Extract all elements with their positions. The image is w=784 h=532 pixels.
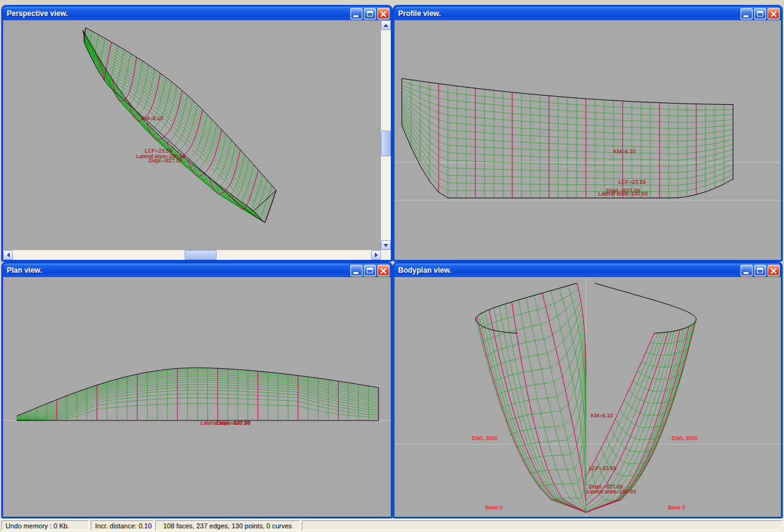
maximize-icon — [367, 268, 373, 273]
annotation-base-left: Base 0 — [485, 504, 502, 511]
scroll-up-button[interactable] — [381, 20, 391, 30]
maximize-button[interactable] — [754, 8, 766, 20]
annotation-lcf: LCF=23.59 — [618, 179, 646, 185]
titlebar-bodyplan[interactable]: Bodyplan view. — [394, 264, 781, 277]
profile-viewport[interactable]: KM=6.10 LCF=23.59 Displ.=827.09 Lateral … — [394, 20, 781, 260]
annotation-lateral-area: Lateral area=100.93 — [586, 488, 636, 495]
maximize-button[interactable] — [754, 265, 766, 276]
horizontal-scrollbar[interactable] — [3, 250, 381, 260]
window-plan-view: Plan view. Lateral area=100.93 Displ.=82… — [1, 262, 393, 519]
scrollbar-corner — [381, 250, 391, 260]
arrow-up-icon — [383, 24, 388, 27]
status-incr-distance: Incr. distance: 0.10 — [91, 520, 153, 531]
maximize-button[interactable] — [364, 265, 376, 276]
window-title: Perspective view. — [7, 9, 349, 18]
close-button[interactable] — [377, 8, 390, 20]
window-title: Profile view. — [398, 9, 739, 18]
status-undo-memory: Undo memory : 0 Kb. — [1, 520, 89, 531]
maximize-icon — [757, 11, 763, 17]
annotation-km: KM=6.10 — [141, 115, 163, 121]
titlebar-profile[interactable]: Profile view. — [394, 7, 781, 20]
window-title: Bodyplan view. — [398, 266, 739, 275]
close-button[interactable] — [767, 265, 780, 276]
arrow-down-icon — [383, 244, 388, 247]
minimize-button[interactable] — [740, 8, 753, 20]
minimize-icon — [353, 15, 358, 17]
vertical-scroll-thumb[interactable] — [381, 131, 391, 156]
minimize-icon — [744, 272, 748, 274]
annotation-km: KM=6.10 — [613, 148, 636, 154]
annotation-base-right: Base 0 — [668, 504, 685, 511]
annotation-displacement: Displ.=827.09 — [148, 158, 182, 164]
hull-wireframe-bodyplan — [394, 277, 781, 517]
titlebar-perspective[interactable]: Perspective view. — [3, 7, 391, 20]
annotation-lcf: LCF=23.59 — [589, 465, 617, 471]
vertical-scrollbar[interactable] — [381, 20, 391, 250]
scroll-left-button[interactable] — [3, 250, 13, 260]
bodyplan-viewport[interactable]: KM=6.10 LCF=23.59 Displ.=827.09 Lateral … — [394, 277, 781, 517]
arrow-left-icon — [7, 253, 10, 257]
hull-wireframe-perspective — [3, 20, 381, 250]
maximize-icon — [757, 268, 763, 273]
window-title: Plan view. — [7, 266, 349, 275]
plan-viewport[interactable]: Lateral area=100.93 Displ.=827.09 — [3, 277, 391, 517]
close-icon — [378, 9, 389, 19]
annotation-dwl-right: DWL 3000 — [672, 435, 698, 441]
hull-wireframe-plan — [3, 277, 391, 517]
annotation-displacement: Displ.=827.09 — [217, 420, 250, 426]
status-bar: Undo memory : 0 Kb. Incr. distance: 0.10… — [0, 519, 784, 532]
minimize-button[interactable] — [350, 8, 363, 20]
maximize-button[interactable] — [364, 8, 376, 20]
maximize-icon — [367, 11, 373, 17]
window-bodyplan-view: Bodyplan view. KM=6.10 LCF=23.59 Displ.=… — [393, 262, 783, 519]
perspective-viewport[interactable]: KM=6.10 LCF=23.59 Lateral area=100.93 Di… — [3, 20, 381, 250]
horizontal-scroll-thumb[interactable] — [185, 250, 217, 260]
annotation-lateral-area: Lateral area=100.93 — [598, 191, 648, 197]
status-empty-panel — [302, 520, 783, 531]
window-perspective-view: Perspective view. KM=6.10 LCF=23.59 Late… — [1, 5, 393, 262]
minimize-icon — [744, 15, 748, 17]
arrow-right-icon — [375, 253, 378, 257]
minimize-button[interactable] — [740, 265, 753, 276]
titlebar-plan[interactable]: Plan view. — [3, 264, 391, 277]
annotation-km: KM=6.10 — [591, 412, 613, 419]
scroll-right-button[interactable] — [371, 250, 381, 260]
minimize-icon — [353, 272, 358, 274]
window-profile-view: Profile view. KM=6.10 LCF=23.59 Displ.=8… — [393, 5, 783, 262]
hull-wireframe-profile — [394, 20, 781, 260]
close-icon — [378, 265, 389, 276]
annotation-dwl-left: DWL 3000 — [472, 435, 498, 441]
close-button[interactable] — [767, 8, 780, 20]
minimize-button[interactable] — [350, 265, 363, 276]
scroll-down-button[interactable] — [381, 240, 391, 250]
status-model-stats: 108 faces, 237 edges, 130 points, 0 curv… — [155, 520, 300, 531]
close-icon — [768, 265, 779, 276]
close-button[interactable] — [377, 265, 390, 276]
close-icon — [768, 9, 779, 19]
